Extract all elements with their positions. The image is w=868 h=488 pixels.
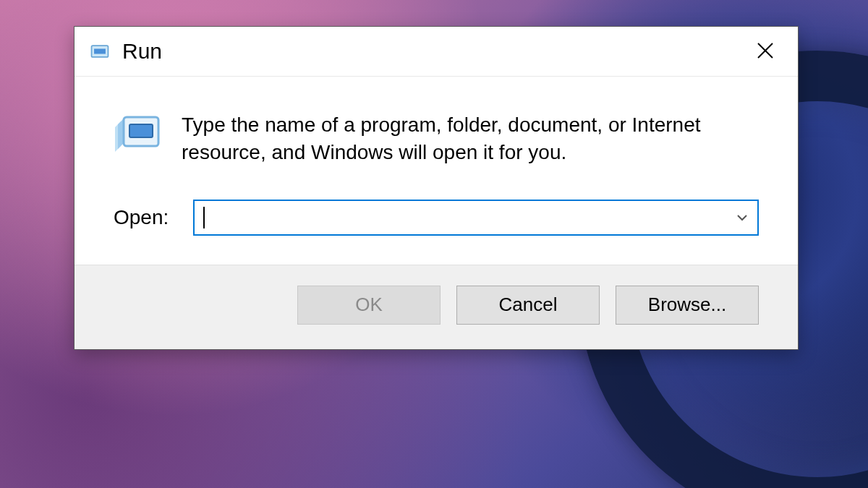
- run-dialog: Run: [74, 26, 799, 350]
- desktop-background: Run: [0, 0, 868, 488]
- chevron-down-icon: [736, 211, 749, 224]
- text-cursor: [203, 207, 205, 228]
- svg-rect-1: [94, 48, 106, 53]
- titlebar[interactable]: Run: [75, 27, 798, 77]
- svg-rect-5: [129, 124, 153, 137]
- window-title: Run: [122, 39, 733, 64]
- description-text: Type the name of a program, folder, docu…: [182, 111, 759, 166]
- combobox-dropdown-button[interactable]: [727, 201, 757, 234]
- run-title-icon: [88, 39, 112, 64]
- browse-button[interactable]: Browse...: [616, 286, 759, 325]
- open-combobox[interactable]: [193, 200, 759, 236]
- open-label: Open:: [114, 206, 174, 229]
- close-icon: [756, 38, 775, 66]
- ok-button[interactable]: OK: [297, 286, 441, 325]
- dialog-body: Type the name of a program, folder, docu…: [75, 77, 798, 265]
- open-input[interactable]: [195, 201, 727, 234]
- button-bar: OK Cancel Browse...: [75, 265, 798, 349]
- open-row: Open:: [114, 200, 759, 236]
- run-dialog-icon: [114, 114, 161, 153]
- close-button[interactable]: [733, 30, 798, 73]
- description-row: Type the name of a program, folder, docu…: [114, 111, 759, 166]
- cancel-button[interactable]: Cancel: [456, 286, 600, 325]
